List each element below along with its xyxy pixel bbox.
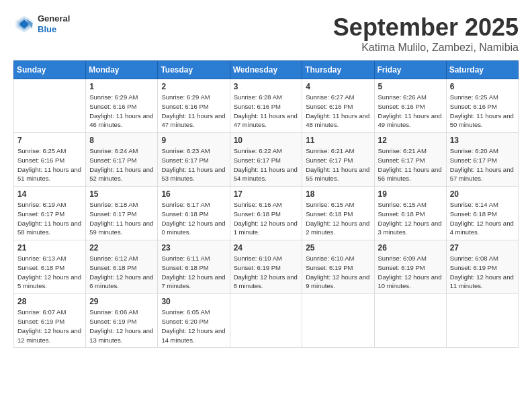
day-info: Sunrise: 6:21 AMSunset: 6:17 PMDaylight:… (306, 146, 370, 183)
col-header-saturday: Saturday (446, 61, 518, 79)
day-info: Sunrise: 6:15 AMSunset: 6:18 PMDaylight:… (378, 200, 443, 237)
day-number: 12 (378, 136, 443, 145)
day-info: Sunrise: 6:26 AMSunset: 6:16 PMDaylight:… (378, 93, 443, 130)
day-number: 19 (378, 189, 443, 199)
calendar-cell: 30Sunrise: 6:05 AMSunset: 6:20 PMDayligh… (158, 294, 230, 348)
day-number: 27 (450, 243, 515, 253)
col-header-thursday: Thursday (302, 61, 374, 79)
day-number: 3 (234, 82, 299, 91)
logo: General Blue (13, 13, 70, 35)
day-number: 8 (89, 136, 154, 145)
day-number: 21 (17, 243, 82, 253)
calendar-cell: 29Sunrise: 6:06 AMSunset: 6:19 PMDayligh… (86, 294, 158, 348)
calendar-cell: 7Sunrise: 6:25 AMSunset: 6:16 PMDaylight… (14, 133, 86, 187)
calendar-cell: 8Sunrise: 6:24 AMSunset: 6:17 PMDaylight… (86, 133, 158, 187)
calendar-cell: 2Sunrise: 6:29 AMSunset: 6:16 PMDaylight… (158, 79, 230, 133)
day-number: 29 (89, 297, 154, 306)
calendar-cell: 24Sunrise: 6:10 AMSunset: 6:19 PMDayligh… (230, 240, 302, 294)
day-info: Sunrise: 6:11 AMSunset: 6:18 PMDaylight:… (161, 254, 226, 291)
day-number: 28 (17, 297, 82, 306)
day-number: 30 (161, 297, 226, 306)
day-info: Sunrise: 6:27 AMSunset: 6:16 PMDaylight:… (306, 93, 370, 130)
day-number: 24 (234, 243, 299, 253)
day-info: Sunrise: 6:13 AMSunset: 6:18 PMDaylight:… (17, 254, 82, 291)
calendar-cell: 18Sunrise: 6:15 AMSunset: 6:18 PMDayligh… (302, 187, 374, 240)
day-info: Sunrise: 6:17 AMSunset: 6:18 PMDaylight:… (161, 200, 226, 237)
col-header-friday: Friday (374, 61, 446, 79)
day-info: Sunrise: 6:24 AMSunset: 6:17 PMDaylight:… (89, 146, 154, 183)
day-info: Sunrise: 6:25 AMSunset: 6:16 PMDaylight:… (450, 93, 515, 130)
calendar-cell (374, 294, 446, 348)
col-header-monday: Monday (86, 61, 158, 79)
day-number: 23 (161, 243, 226, 253)
calendar-cell (302, 294, 374, 348)
calendar-cell: 23Sunrise: 6:11 AMSunset: 6:18 PMDayligh… (158, 240, 230, 294)
day-info: Sunrise: 6:12 AMSunset: 6:18 PMDaylight:… (89, 254, 154, 291)
calendar-cell: 22Sunrise: 6:12 AMSunset: 6:18 PMDayligh… (86, 240, 158, 294)
calendar-cell (230, 294, 302, 348)
day-info: Sunrise: 6:19 AMSunset: 6:17 PMDaylight:… (17, 200, 82, 237)
logo-blue: Blue (38, 24, 70, 35)
day-info: Sunrise: 6:20 AMSunset: 6:17 PMDaylight:… (450, 146, 515, 183)
day-number: 17 (234, 189, 299, 199)
day-info: Sunrise: 6:28 AMSunset: 6:16 PMDaylight:… (234, 93, 299, 130)
day-number: 15 (89, 189, 154, 199)
logo-icon (13, 13, 35, 35)
calendar-cell: 1Sunrise: 6:29 AMSunset: 6:16 PMDaylight… (86, 79, 158, 133)
calendar-cell (446, 294, 518, 348)
col-header-tuesday: Tuesday (158, 61, 230, 79)
day-info: Sunrise: 6:23 AMSunset: 6:17 PMDaylight:… (161, 146, 226, 183)
calendar-cell: 9Sunrise: 6:23 AMSunset: 6:17 PMDaylight… (158, 133, 230, 187)
calendar-cell: 12Sunrise: 6:21 AMSunset: 6:17 PMDayligh… (374, 133, 446, 187)
day-number: 1 (89, 82, 154, 91)
day-number: 22 (89, 243, 154, 253)
day-info: Sunrise: 6:22 AMSunset: 6:17 PMDaylight:… (234, 146, 299, 183)
day-info: Sunrise: 6:16 AMSunset: 6:18 PMDaylight:… (234, 200, 299, 237)
calendar-cell: 21Sunrise: 6:13 AMSunset: 6:18 PMDayligh… (14, 240, 86, 294)
day-number: 10 (234, 136, 299, 145)
day-number: 4 (306, 82, 370, 91)
day-number: 9 (161, 136, 226, 145)
page-header: General Blue September 2025 Katima Mulil… (13, 13, 519, 54)
calendar-cell (14, 79, 86, 133)
day-number: 20 (450, 189, 515, 199)
day-info: Sunrise: 6:29 AMSunset: 6:16 PMDaylight:… (89, 93, 154, 130)
calendar-cell: 17Sunrise: 6:16 AMSunset: 6:18 PMDayligh… (230, 187, 302, 240)
calendar-cell: 25Sunrise: 6:10 AMSunset: 6:19 PMDayligh… (302, 240, 374, 294)
day-info: Sunrise: 6:10 AMSunset: 6:19 PMDaylight:… (234, 254, 299, 291)
calendar-cell: 15Sunrise: 6:18 AMSunset: 6:17 PMDayligh… (86, 187, 158, 240)
day-number: 7 (17, 136, 82, 145)
day-number: 13 (450, 136, 515, 145)
title-block: September 2025 Katima Mulilo, Zambezi, N… (333, 13, 519, 54)
day-info: Sunrise: 6:07 AMSunset: 6:19 PMDaylight:… (17, 308, 82, 345)
day-info: Sunrise: 6:25 AMSunset: 6:16 PMDaylight:… (17, 146, 82, 183)
day-number: 26 (378, 243, 443, 253)
calendar-cell: 19Sunrise: 6:15 AMSunset: 6:18 PMDayligh… (374, 187, 446, 240)
day-info: Sunrise: 6:21 AMSunset: 6:17 PMDaylight:… (378, 146, 443, 183)
col-header-sunday: Sunday (14, 61, 86, 79)
day-number: 2 (161, 82, 226, 91)
day-info: Sunrise: 6:06 AMSunset: 6:19 PMDaylight:… (89, 308, 154, 345)
calendar-cell: 27Sunrise: 6:08 AMSunset: 6:19 PMDayligh… (446, 240, 518, 294)
calendar-cell: 28Sunrise: 6:07 AMSunset: 6:19 PMDayligh… (14, 294, 86, 348)
day-number: 5 (378, 82, 443, 91)
calendar-cell: 4Sunrise: 6:27 AMSunset: 6:16 PMDaylight… (302, 79, 374, 133)
calendar-cell: 20Sunrise: 6:14 AMSunset: 6:18 PMDayligh… (446, 187, 518, 240)
day-info: Sunrise: 6:09 AMSunset: 6:19 PMDaylight:… (378, 254, 443, 291)
day-number: 14 (17, 189, 82, 199)
day-number: 6 (450, 82, 515, 91)
calendar-cell: 14Sunrise: 6:19 AMSunset: 6:17 PMDayligh… (14, 187, 86, 240)
logo-text: General Blue (38, 13, 70, 34)
calendar-cell: 6Sunrise: 6:25 AMSunset: 6:16 PMDaylight… (446, 79, 518, 133)
day-number: 16 (161, 189, 226, 199)
col-header-wednesday: Wednesday (230, 61, 302, 79)
day-info: Sunrise: 6:18 AMSunset: 6:17 PMDaylight:… (89, 200, 154, 237)
day-info: Sunrise: 6:29 AMSunset: 6:16 PMDaylight:… (161, 93, 226, 130)
day-number: 25 (306, 243, 370, 253)
logo-general: General (38, 13, 70, 24)
calendar-cell: 26Sunrise: 6:09 AMSunset: 6:19 PMDayligh… (374, 240, 446, 294)
day-number: 11 (306, 136, 370, 145)
month-title: September 2025 (333, 13, 519, 42)
day-number: 18 (306, 189, 370, 199)
calendar-table: SundayMondayTuesdayWednesdayThursdayFrid… (13, 60, 519, 348)
